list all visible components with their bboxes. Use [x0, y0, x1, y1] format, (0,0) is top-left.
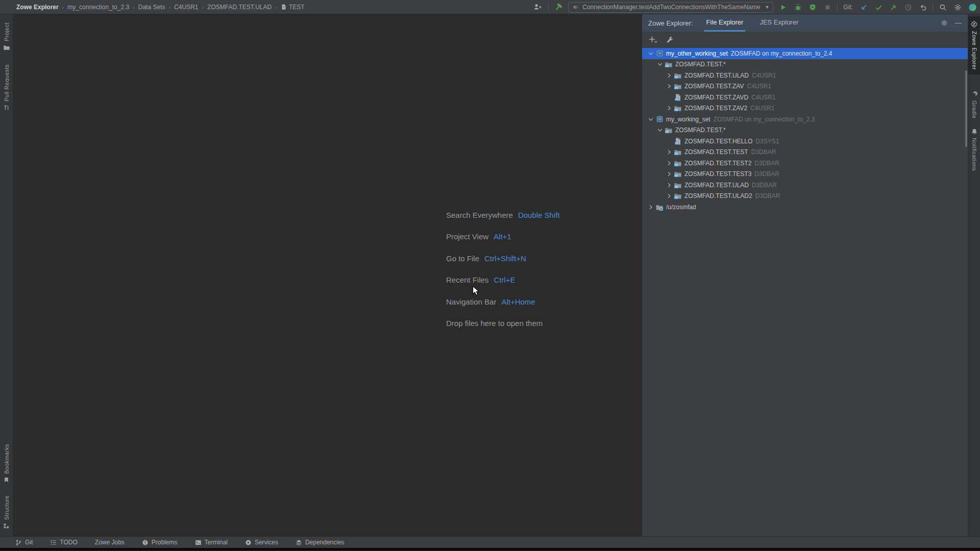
shortcut-label: Project View	[446, 232, 488, 241]
bottom-bar-label: Dependencies	[305, 539, 345, 546]
zowe-explorer-panel: Zowe Explorer: File Explorer JES Explore…	[642, 14, 968, 536]
gradle-icon	[970, 90, 978, 98]
tree-row[interactable]: DSZOSMFAD.TEST.TESTD3DBAR	[642, 147, 968, 158]
build-hammer-icon[interactable]	[553, 2, 564, 13]
panel-minimize-icon[interactable]: —	[955, 20, 962, 26]
tree-row[interactable]: DSZOSMFAD.TEST.ZAVC4USR1	[642, 81, 968, 92]
dependencies-icon	[296, 539, 302, 546]
scrollbar-thumb[interactable]	[965, 70, 967, 147]
debug-button[interactable]	[793, 2, 803, 13]
svg-text:DS: DS	[675, 153, 678, 155]
svg-text:DS: DS	[675, 196, 678, 199]
run-with-coverage-button[interactable]	[807, 2, 818, 13]
chevron-right-icon[interactable]	[665, 82, 673, 90]
chevron-down-icon[interactable]	[646, 115, 655, 123]
tree-row[interactable]: DSZOSMFAD.TEST.*	[642, 59, 968, 70]
git-update-button[interactable]	[859, 2, 869, 13]
bottom-bar-button-git[interactable]: Git	[15, 539, 33, 546]
breadcrumb-item[interactable]: TEST	[281, 4, 305, 11]
tree-row[interactable]: DSZOSMFAD.TEST.TEST2D3DBAR	[642, 158, 968, 169]
run-configuration-select[interactable]: ConnectionManager.testAddTwoConnectionsW…	[568, 2, 773, 13]
bottom-bar-button-zowe-jobs[interactable]: Zowe Jobs	[95, 539, 125, 546]
bottom-bar-label: Zowe Jobs	[95, 539, 125, 546]
chevron-right-icon[interactable]	[665, 71, 673, 80]
breadcrumb-item[interactable]: my_connection_to_2.3	[67, 4, 129, 11]
run-button[interactable]	[778, 2, 788, 13]
tool-stripe-button-pull-requests[interactable]: Pull Requests	[3, 64, 10, 111]
tool-stripe-button-zowe-explorer[interactable]: ZZowe Explorer	[968, 16, 980, 74]
panel-settings-gear-icon[interactable]	[941, 19, 948, 27]
ds-folder-icon: DS	[673, 170, 682, 178]
chevron-right-icon[interactable]	[665, 170, 673, 178]
chevron-right-icon[interactable]	[665, 148, 673, 156]
toolbar-separator	[933, 3, 933, 11]
stripe-label: Zowe Explorer	[971, 31, 977, 70]
chevron-right-icon[interactable]	[665, 192, 673, 200]
bell-icon	[971, 128, 978, 135]
breadcrumb-item[interactable]: ZOSMFAD.TEST.ULAD	[207, 4, 272, 11]
chevron-right-icon[interactable]	[665, 159, 673, 167]
user-avatar-icon[interactable]	[967, 2, 977, 13]
tree-row[interactable]: DSZOSMFAD.TEST.TEST3D3DBAR	[642, 169, 968, 180]
tab-file-explorer[interactable]: File Explorer	[704, 14, 745, 32]
tree-row[interactable]: DSZOSMFAD.TEST.ZAV2C4USR1	[642, 103, 968, 114]
tree-node-secondary-label: C4USR1	[747, 83, 771, 90]
chevron-right-icon[interactable]	[665, 181, 673, 189]
tree-row[interactable]: DSZOSMFAD.TEST.ULADD3DBAR	[642, 180, 968, 191]
tree-row[interactable]: DSZOSMFAD.TEST.*	[642, 125, 968, 136]
chevron-right-icon[interactable]	[665, 104, 673, 112]
tree-row[interactable]: DSZOSMFAD.TEST.ZAVDC4USR1	[642, 92, 968, 103]
todo-list-icon	[50, 539, 57, 546]
breadcrumb-item[interactable]: Zowe Explorer	[16, 4, 59, 11]
bottom-bar-button-todo[interactable]: TODO	[50, 539, 77, 546]
tree-node-label: ZOSMFAD.TEST.ZAV	[684, 83, 744, 90]
tree-node-secondary-label: D3DBAR	[755, 192, 780, 199]
tool-stripe-button-structure[interactable]: Structure	[3, 495, 10, 529]
tree-node-label: ZOSMFAD.TEST.ZAVD	[684, 94, 748, 101]
user-dropdown-icon[interactable]: ▾	[530, 2, 544, 13]
ds-file-icon: DS	[673, 93, 682, 102]
bookmark-icon	[3, 477, 10, 483]
tree-row[interactable]: /u/zosmfad	[642, 202, 968, 213]
settings-gear-icon[interactable]	[952, 2, 963, 13]
settings-wrench-icon[interactable]	[666, 36, 674, 43]
rollback-button[interactable]	[918, 2, 928, 13]
tab-jes-explorer[interactable]: JES Explorer	[757, 14, 800, 32]
tool-stripe-button-gradle[interactable]: Gradle	[970, 90, 978, 118]
git-commit-button[interactable]	[873, 2, 884, 13]
stripe-label: Pull Requests	[4, 64, 10, 102]
chevron-down-icon[interactable]	[655, 60, 664, 68]
tree-row[interactable]: DSZOSMFAD.TEST.HELLOD3SYS1	[642, 136, 968, 147]
chevron-down-icon[interactable]	[655, 126, 664, 134]
tool-stripe-button-bookmarks[interactable]: Bookmarks	[3, 444, 10, 483]
structure-icon	[3, 522, 10, 529]
tree-node-label: /u/zosmfad	[666, 204, 696, 211]
breadcrumb: Zowe Explorer›my_connection_to_2.3›Data …	[0, 4, 305, 11]
bottom-bar-button-dependencies[interactable]: Dependencies	[296, 539, 345, 546]
git-label: Git:	[843, 4, 853, 11]
tree-row[interactable]: DSZOSMFAD.TEST.ULAD2D3DBAR	[642, 191, 968, 202]
tree-node-secondary-label: C4USR1	[750, 105, 774, 112]
ds-folder-icon: DS	[673, 192, 682, 200]
panel-header: Zowe Explorer: File Explorer JES Explore…	[642, 14, 968, 32]
bottom-bar-button-services[interactable]: Services	[245, 539, 278, 546]
tree-row[interactable]: my_working_setZOSMFAD on my_connection_t…	[642, 114, 968, 125]
bottom-bar-button-terminal[interactable]: Terminal	[195, 539, 228, 546]
toolbar-separator	[837, 3, 838, 11]
tree-row[interactable]: my_other_working_setZOSMFAD on my_connec…	[642, 48, 968, 59]
editor-shortcuts: Search EverywhereDouble ShiftProject Vie…	[446, 204, 560, 334]
tool-stripe-button-notifications[interactable]: Notifications	[971, 128, 978, 171]
add-working-set-button[interactable]	[648, 35, 658, 43]
breadcrumb-item[interactable]: Data Sets	[138, 4, 165, 11]
search-everywhere-icon[interactable]	[938, 2, 948, 13]
chevron-down-icon[interactable]	[646, 49, 655, 58]
chevron-right-icon[interactable]	[646, 203, 655, 211]
tool-stripe-button-project[interactable]: Project	[3, 22, 10, 51]
breadcrumb-item[interactable]: C4USR1	[174, 4, 198, 11]
folder-icon	[3, 44, 10, 51]
git-push-button[interactable]	[888, 2, 898, 13]
svg-text:DS: DS	[675, 164, 678, 166]
tree-row[interactable]: DSZOSMFAD.TEST.ULADC4USR1	[642, 70, 968, 81]
run-config-icon	[572, 4, 579, 11]
bottom-bar-button-problems[interactable]: Problems	[142, 539, 178, 546]
